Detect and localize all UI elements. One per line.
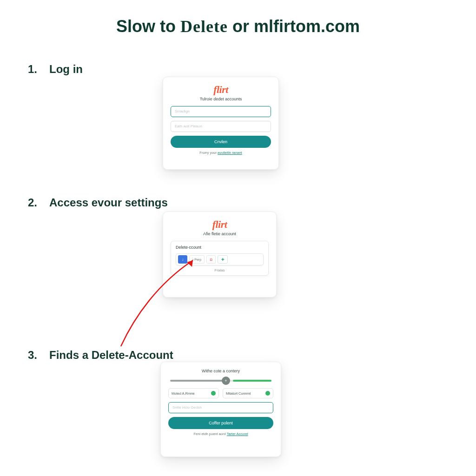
slider-knob[interactable]: + (222, 377, 230, 385)
slider-fill-left (170, 380, 226, 382)
confirm-footer-text: Feni etdh poent aord (193, 432, 226, 436)
step-3-number: 3. (28, 349, 38, 362)
confirm-footer: Feni etdh poent aord Tarter Accomt (168, 432, 273, 436)
step-2-number: 2. (28, 196, 38, 209)
action-chip-row: ↓ › Perp ◘ ✚ (176, 253, 264, 265)
option-1-status-icon (211, 391, 216, 396)
login-card: flirt Tulroie dedet accounts Srnadign Ea… (163, 77, 279, 170)
add-icon[interactable]: ✚ (218, 255, 228, 264)
step-3: 3. Finds a Delete-Account (28, 349, 448, 362)
password-placeholder: Eath aoti Pieaon. (175, 124, 203, 128)
stop-icon[interactable]: ◘ (206, 255, 216, 264)
chip-caption: Fralas (176, 268, 264, 272)
confirm-field[interactable]: Sntte Hcio Gedsn (168, 402, 273, 413)
title-bold: Delete (180, 17, 228, 36)
username-field[interactable]: Srnadign (171, 106, 271, 117)
settings-subtitle: Afie fletie account (171, 231, 269, 236)
slider-fill-right (233, 380, 271, 382)
delete-account-title: Delete·ccount (176, 245, 264, 250)
brand-logo-2: flirt (171, 218, 269, 231)
password-field[interactable]: Eath aoti Pieaon. (171, 121, 271, 132)
progress-slider[interactable]: + (170, 380, 271, 382)
confirm-card: Withe cote a contery + Moted A.Rmne Mita… (160, 362, 281, 457)
confirm-placeholder: Sntte Hcio Gedsn (172, 405, 202, 410)
delete-account-box: Delete·ccount ↓ › Perp ◘ ✚ Fralas (171, 241, 269, 276)
login-footer: Frorry your avolleitin ranant (171, 151, 271, 155)
chip-label[interactable]: › Perp (189, 255, 205, 264)
login-button[interactable]: Cnvlen (171, 136, 271, 148)
username-placeholder: Srnadign (175, 109, 190, 113)
step-2-header: 2. Access evour settings (28, 196, 448, 209)
settings-card: flirt Afie fletie account Delete·ccount … (163, 212, 277, 298)
step-3-header: 3. Finds a Delete-Account (28, 349, 448, 362)
login-footer-link[interactable]: avolleitin ranant (218, 151, 242, 155)
step-1-label: Log in (49, 63, 83, 76)
login-subtitle: Tulroie dedet accounts (171, 97, 271, 101)
page-title: Slow to Delete or mlfirtom.com (0, 0, 476, 36)
step-2: 2. Access evour settings (28, 196, 448, 209)
step-2-label: Access evour settings (49, 196, 168, 209)
confirm-header: Withe cote a contery (168, 369, 273, 373)
title-part2: or mlfirtom.com (228, 17, 360, 36)
option-2-label: Mitatort Connmt (226, 391, 251, 396)
option-2[interactable]: Mitatort Connmt (223, 388, 273, 398)
confirm-footer-link[interactable]: Tarter Accomt (227, 432, 248, 436)
option-row: Moted A.Rmne Mitatort Connmt (168, 388, 273, 398)
step-1-number: 1. (28, 63, 38, 76)
option-1-label: Moted A.Rmne (172, 391, 195, 396)
download-icon[interactable]: ↓ (178, 255, 187, 264)
login-footer-text: Frorry your (199, 151, 218, 155)
step-1: 1. Log in (28, 63, 448, 76)
title-part1: Slow to (116, 17, 180, 36)
confirm-button[interactable]: Coffer polent (168, 417, 273, 429)
option-1[interactable]: Moted A.Rmne (168, 388, 219, 398)
option-2-status-icon (265, 391, 270, 396)
step-3-label: Finds a Delete-Account (49, 349, 173, 362)
brand-logo: flirt (171, 84, 271, 96)
step-1-header: 1. Log in (28, 63, 448, 76)
